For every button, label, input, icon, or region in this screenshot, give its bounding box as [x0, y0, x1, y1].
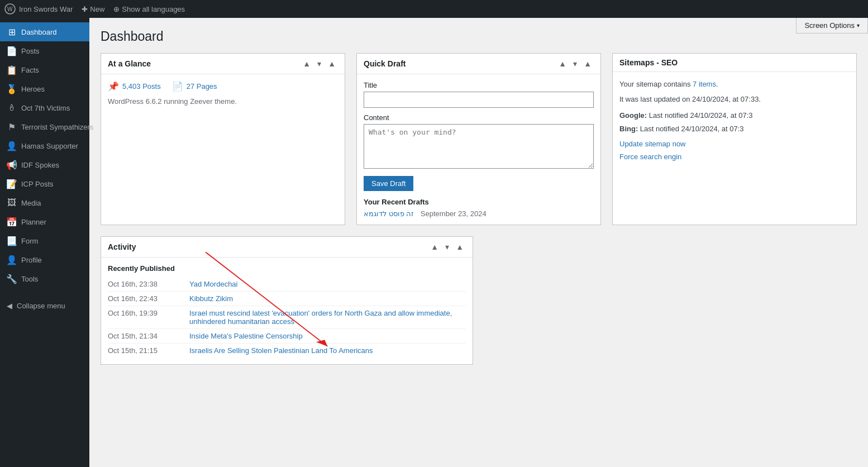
table-row: Oct 15th, 21:34 Inside Meta's Palestine … [108, 329, 466, 344]
draft-date: September 23, 2024 [421, 209, 487, 218]
at-a-glance-title: At a Glance [108, 59, 151, 68]
posts-icon: 📄 [7, 46, 17, 56]
at-a-glance-up-btn[interactable]: ▲ [301, 58, 313, 69]
sidebar-item-label-profile: Profile [21, 256, 42, 264]
activity-collapse-btn[interactable]: ▲ [454, 241, 466, 252]
sidebar-item-idfspokes[interactable]: 📢 IDF Spokes [0, 155, 89, 174]
sidebar-item-label-posts: Posts [21, 47, 40, 55]
quick-draft-collapse-btn[interactable]: ▲ [581, 58, 594, 69]
sidebar-item-label-terrorist: Terrorist Sympathizers [21, 123, 93, 131]
seo-intro: Your sitemap contains 7 items. [619, 79, 850, 90]
sidebar-item-profile[interactable]: 👤 Profile [0, 250, 89, 269]
collapse-icon: ◀ [7, 302, 12, 310]
activity-link-4[interactable]: Israelis Are Selling Stolen Palestinian … [189, 346, 373, 355]
activity-link-2[interactable]: Israel must rescind latest 'evacuation' … [189, 309, 466, 326]
collapse-menu-item[interactable]: ◀ Collapse menu [0, 297, 89, 314]
activity-date-1: Oct 16th, 22:43 [108, 294, 180, 303]
sidebar-item-oct7victims[interactable]: 🕯 Oct 7th Victims [0, 98, 89, 117]
sidebar-item-label-form: Form [21, 237, 38, 245]
admin-bar: W Iron Swords War ✚ New ⊕ Show all langu… [0, 0, 868, 18]
table-row: Oct 16th, 22:43 Kibbutz Zikim [108, 292, 466, 306]
seo-bing: Bing: Last notified 24/10/2024, at 07:3 [619, 123, 850, 135]
quick-draft-controls: ▲ ▾ ▲ [556, 58, 594, 69]
at-a-glance-controls: ▲ ▾ ▲ [301, 58, 338, 69]
dashboard-icon: ⊞ [7, 27, 17, 37]
screen-options-label: Screen Options [804, 21, 855, 30]
activity-date-3: Oct 15th, 21:34 [108, 332, 180, 340]
activity-widget: Activity ▲ ▾ ▲ Recently Published Oct 16… [101, 236, 473, 365]
wp-layout: ⊞ Dashboard 📄 Posts 📋 Facts 🏅 Heroes 🕯 O… [0, 18, 868, 467]
sidebar-item-terrorist[interactable]: ⚑ Terrorist Sympathizers [0, 117, 89, 136]
activity-link-0[interactable]: Yad Mordechai [189, 280, 237, 288]
activity-link-1[interactable]: Kibbutz Zikim [189, 294, 233, 303]
table-row: Oct 15th, 21:15 Israelis Are Selling Sto… [108, 344, 466, 358]
media-icon: 🖼 [7, 198, 17, 208]
sidebar-item-label-dashboard: Dashboard [21, 28, 57, 36]
update-sitemap-link[interactable]: Update sitemap now [619, 140, 850, 148]
sidebar-item-dashboard[interactable]: ⊞ Dashboard [0, 22, 89, 41]
form-icon: 📃 [7, 236, 17, 246]
draft-title-input[interactable] [364, 92, 594, 108]
activity-date-2: Oct 16th, 19:39 [108, 309, 180, 326]
title-label: Title [364, 81, 594, 89]
chevron-down-icon: ▾ [857, 22, 860, 28]
activity-up-btn[interactable]: ▲ [428, 241, 441, 252]
dashboard-row2: Activity ▲ ▾ ▲ Recently Published Oct 16… [101, 236, 857, 365]
sidebar-item-tools[interactable]: 🔧 Tools [0, 269, 89, 288]
activity-title: Activity [108, 242, 136, 251]
quick-draft-widget: Quick Draft ▲ ▾ ▲ Title Content Save Dra… [356, 53, 601, 225]
sidebar-item-icpposts[interactable]: 📝 ICP Posts [0, 174, 89, 193]
draft-content-input[interactable] [364, 124, 594, 169]
sidebar-item-facts[interactable]: 📋 Facts [0, 60, 89, 79]
draft-item: זה פוסט לדוגמא September 23, 2024 [364, 209, 594, 218]
seo-text-before: Your sitemap contains [619, 80, 693, 88]
sidebar-item-form[interactable]: 📃 Form [0, 231, 89, 250]
sidebar-item-media[interactable]: 🖼 Media [0, 193, 89, 212]
admin-menu: ⊞ Dashboard 📄 Posts 📋 Facts 🏅 Heroes 🕯 O… [0, 18, 89, 467]
sidebar-item-planner[interactable]: 📅 Planner [0, 212, 89, 231]
sidebar-item-label-oct7victims: Oct 7th Victims [21, 104, 70, 112]
wp-version: WordPress 6.6.2 running Zeever theme. [108, 97, 338, 106]
site-logo[interactable]: W Iron Swords War [4, 3, 73, 15]
adminbar-languages[interactable]: ⊕ Show all languages [113, 5, 185, 13]
at-a-glance-collapse-btn[interactable]: ▲ [326, 58, 338, 69]
languages-label: Show all languages [122, 5, 185, 13]
svg-text:W: W [7, 6, 13, 12]
terrorist-icon: ⚑ [7, 122, 17, 132]
plus-icon: ✚ [82, 5, 88, 13]
posts-stat-link[interactable]: 5,403 Posts [122, 82, 161, 90]
sidebar-item-label-planner: Planner [21, 218, 46, 226]
draft-link[interactable]: זה פוסט לדוגמא [364, 209, 414, 218]
sidebar-item-label-media: Media [21, 199, 41, 207]
force-search-link[interactable]: Force search engin [619, 153, 850, 161]
quick-draft-body: Title Content Save Draft Your Recent Dra… [357, 74, 600, 225]
at-a-glance-body: 📌 5,403 Posts 📄 27 Pages WordPress 6.6.2… [101, 74, 345, 112]
quick-draft-down-btn[interactable]: ▾ [571, 58, 579, 69]
sidebar-item-hamas[interactable]: 👤 Hamas Supporter [0, 136, 89, 155]
quick-draft-up-btn[interactable]: ▲ [556, 58, 569, 69]
pages-stat-link[interactable]: 27 Pages [187, 82, 217, 90]
activity-link-3[interactable]: Inside Meta's Palestine Censorship [189, 332, 303, 340]
hamas-icon: 👤 [7, 141, 17, 151]
seo-items-link[interactable]: 7 items [693, 80, 716, 88]
save-draft-button[interactable]: Save Draft [364, 176, 413, 191]
bing-label: Bing: [619, 125, 638, 133]
seo-body: Your sitemap contains 7 items. It was la… [613, 72, 856, 168]
at-a-glance-down-btn[interactable]: ▾ [315, 58, 323, 69]
adminbar-new[interactable]: ✚ New [82, 5, 104, 13]
table-row: Oct 16th, 19:39 Israel must rescind late… [108, 306, 466, 329]
sidebar-item-label-heroes: Heroes [21, 85, 45, 93]
site-name: Iron Swords War [19, 5, 73, 13]
screen-options-button[interactable]: Screen Options ▾ [796, 18, 868, 34]
sidebar-item-heroes[interactable]: 🏅 Heroes [0, 79, 89, 98]
screen-options-wrap: Screen Options ▾ [796, 18, 868, 34]
sidebar-item-posts[interactable]: 📄 Posts [0, 41, 89, 60]
activity-header: Activity ▲ ▾ ▲ [101, 237, 473, 258]
collapse-label: Collapse menu [17, 302, 65, 310]
activity-down-btn[interactable]: ▾ [443, 241, 451, 252]
profile-icon: 👤 [7, 255, 17, 265]
pages-stat-icon: 📄 [172, 81, 183, 92]
at-a-glance-header: At a Glance ▲ ▾ ▲ [101, 54, 345, 74]
recently-published-title: Recently Published [108, 264, 466, 273]
activity-body: Recently Published Oct 16th, 23:38 Yad M… [101, 258, 473, 364]
